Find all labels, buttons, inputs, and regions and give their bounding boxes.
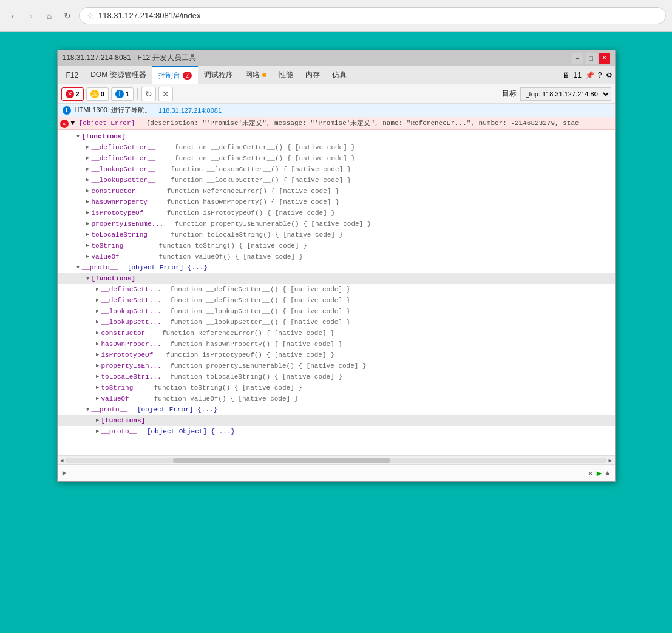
tree-row[interactable]: ► isPrototypeOf function isPrototypeOf()… (58, 350, 615, 361)
back-button[interactable]: ‹ (6, 9, 19, 22)
console-input-area: ► ✕ ▶ ▲ (58, 464, 615, 481)
proto2-val: [object Error] {...} (137, 405, 217, 415)
address-bar: ☆ 118.31.127.214:8081/#/index (79, 7, 666, 24)
refresh-button[interactable]: ↻ (61, 9, 74, 22)
row-key: __defineGetter__ (92, 143, 156, 152)
tree-row[interactable]: ► __lookupSett... function __lookupSette… (58, 317, 615, 328)
window-buttons: − □ ✕ (572, 53, 610, 64)
tree-row[interactable]: ► hasOwnProperty function hasOwnProperty… (58, 197, 615, 208)
tree-view-main: ▼ [functions] ► __defineGetter__ functio… (58, 130, 615, 438)
tab-dom[interactable]: DOM 资源管理器 (84, 66, 152, 84)
error-row: ✕ ▼ [object Error] {description: "'Promi… (58, 117, 615, 130)
tab-console[interactable]: 控制台 2 (152, 66, 199, 84)
functions2-header[interactable]: ▼ [functions] (58, 273, 615, 284)
functions-arrow[interactable]: ▼ (75, 132, 82, 141)
tab-emulation[interactable]: 仿真 (326, 66, 353, 84)
tab-f12[interactable]: F12 (60, 66, 85, 84)
proto2-row[interactable]: ▼ __proto__ [object Error] {...} (58, 404, 615, 415)
devtools-toolbar: ✕ 2 ⚠ 0 i 1 ↻ ✕ 目标 _top: 118.31.127.214:… (58, 84, 615, 104)
tab-memory[interactable]: 内存 (299, 66, 326, 84)
scroll-left-button[interactable]: ◀ (59, 457, 65, 464)
tab-performance[interactable]: 性能 (273, 66, 299, 84)
help-icon: ? (598, 71, 602, 80)
tree-row[interactable]: ► __lookupGetter__ function __lookupGett… (58, 164, 615, 175)
scroll-right-button[interactable]: ▶ (607, 457, 613, 464)
proto3-label: __proto__ (101, 427, 137, 436)
tree-row[interactable]: ► constructor function ReferenceError() … (58, 328, 615, 339)
console-content[interactable]: i HTML1300: 进行了导航。 118.31.127.214:8081 ✕… (58, 104, 615, 456)
tree-row[interactable]: ► valueOf function valueOf() { [native c… (58, 251, 615, 262)
refresh-console-button[interactable]: ↻ (141, 87, 156, 101)
proto2-label: __proto__ (92, 405, 127, 415)
target-label: 目标 (502, 89, 517, 99)
error-content: ▼ [object Error] {description: "'Promise… (71, 118, 579, 127)
tab-debugger[interactable]: 调试程序 (198, 66, 239, 84)
tree-row[interactable]: ► __lookupSetter__ function __lookupSett… (58, 175, 615, 186)
console-input[interactable] (70, 469, 585, 477)
devtools-titlebar: 118.31.127.214:8081 - F12 开发人员工具 − □ ✕ (58, 50, 615, 66)
functions3-header[interactable]: ► [functions] (58, 415, 615, 426)
target-select[interactable]: _top: 118.31.127.214:80 (520, 87, 611, 101)
tabs-count: 11 (573, 71, 581, 80)
network-dot (262, 73, 266, 77)
proto3-row[interactable]: ► __proto__ [object Object] { ...} (58, 426, 615, 437)
tree-row[interactable]: ► toLocaleString function toLocaleString… (58, 229, 615, 240)
tree-row[interactable]: ► __defineGetter__ function __defineGett… (58, 142, 615, 153)
minimize-button[interactable]: − (572, 53, 583, 64)
url-text: 118.31.127.214:8081/#/index (98, 11, 200, 20)
pin-icon: 📌 (585, 71, 594, 80)
maximize-button[interactable]: □ (586, 53, 597, 64)
toolbar-separator (137, 88, 138, 100)
console-run-icon[interactable]: ▶ (597, 468, 602, 478)
tree-row[interactable]: ► __lookupGett... function __lookupGette… (58, 306, 615, 317)
tree-row[interactable]: ► valueOf function valueOf() { [native c… (58, 393, 615, 404)
functions-header[interactable]: ▼ [functions] (58, 131, 615, 142)
browser-chrome: ‹ › ⌂ ↻ ☆ 118.31.127.214:8081/#/index (0, 0, 672, 32)
console-close-icon[interactable]: ✕ (588, 468, 592, 478)
functions-label: [functions] (82, 132, 126, 141)
proto-val: [object Error] {...} (127, 263, 208, 272)
scroll-track[interactable] (65, 458, 608, 463)
warn-icon: ⚠ (90, 90, 99, 98)
proto3-val: [object Object] { ...} (147, 427, 235, 436)
error-marker: ✕ (60, 120, 69, 128)
tree-row[interactable]: ► propertyIsEn... function propertyIsEnu… (58, 361, 615, 371)
console-badge: 2 (183, 72, 192, 80)
error-button[interactable]: ✕ 2 (61, 87, 84, 101)
tree-row[interactable]: ► __defineSett... function __defineSette… (58, 295, 615, 306)
functions2-label: [functions] (92, 274, 136, 283)
console-up-icon[interactable]: ▲ (605, 469, 609, 478)
tabs-right: 🖥 11 📌 ? ⚙ (562, 71, 612, 80)
tree-row[interactable]: ► propertyIsEnume... function propertyIs… (58, 218, 615, 229)
scroll-thumb[interactable] (173, 458, 390, 463)
nav-info-row: i HTML1300: 进行了导航。 118.31.127.214:8081 (58, 104, 615, 117)
horizontal-scrollbar[interactable]: ◀ ▶ (58, 456, 615, 464)
clear-button[interactable]: ✕ (158, 87, 173, 101)
warn-button[interactable]: ⚠ 0 (86, 87, 109, 101)
error-icon: ✕ (66, 90, 74, 98)
screen-icon: 🖥 (562, 71, 569, 80)
tree-row[interactable]: ► toString function toString() { [native… (58, 382, 615, 393)
tree-row[interactable]: ► constructor function ReferenceError() … (58, 186, 615, 197)
tree-row[interactable]: ► toString function toString() { [native… (58, 240, 615, 251)
tree-row[interactable]: ► isPrototypeOf function isPrototypeOf()… (58, 208, 615, 218)
tree-row[interactable]: ► __defineGett... function __defineGette… (58, 284, 615, 295)
proto-label: __proto__ (82, 263, 118, 272)
error-obj-label: [object Error] (79, 120, 135, 127)
tree-row[interactable]: ► __defineSetter__ function __defineSett… (58, 153, 615, 164)
tree-row[interactable]: ► toLocaleStri... function toLocaleStrin… (58, 371, 615, 382)
info-count: 1 (126, 90, 129, 98)
info-button[interactable]: i 1 (111, 87, 134, 101)
error-detail: {description: "'Promise'未定义", message: "… (146, 120, 579, 127)
nav-info-icon: i (63, 106, 71, 115)
close-button[interactable]: ✕ (599, 53, 610, 64)
tree-row[interactable]: ► hasOwnProper... function hasOwnPropert… (58, 339, 615, 350)
tab-network[interactable]: 网络 (239, 66, 273, 84)
devtools-window: 118.31.127.214:8081 - F12 开发人员工具 − □ ✕ F… (57, 50, 616, 482)
home-button[interactable]: ⌂ (42, 9, 56, 22)
nav-url[interactable]: 118.31.127.214:8081 (158, 107, 222, 114)
row-arrow[interactable]: ► (84, 143, 92, 152)
proto-row[interactable]: ▼ __proto__ [object Error] {...} (58, 262, 615, 273)
forward-button[interactable]: › (24, 9, 38, 22)
devtools-title: 118.31.127.214:8081 - F12 开发人员工具 (63, 53, 196, 63)
